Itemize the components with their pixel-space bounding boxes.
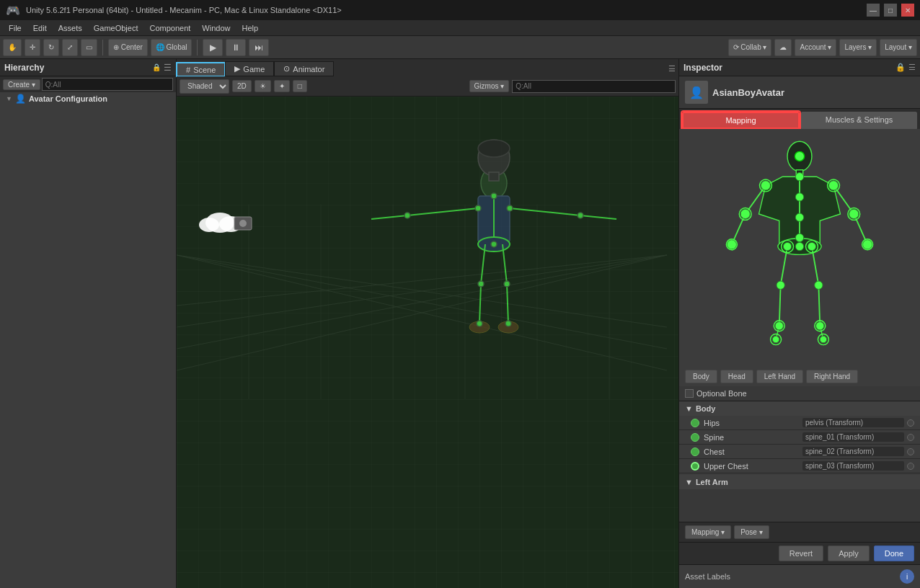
asset-labels-button[interactable]: i bbox=[900, 569, 914, 584]
tree-item-avatar-config[interactable]: ▼ 👤 Avatar Configuration bbox=[0, 92, 176, 105]
scene-tab-label: Scene bbox=[193, 66, 216, 74]
fx-toggle[interactable]: ✦ bbox=[274, 80, 290, 92]
menu-component[interactable]: Component bbox=[143, 22, 196, 34]
upper-chest-label: Upper Chest bbox=[704, 462, 800, 471]
menu-help[interactable]: Help bbox=[236, 22, 264, 34]
main-layout: Hierarchy 🔒 ☰ Create ▾ ▼ 👤 Avatar Config… bbox=[0, 59, 920, 588]
cloud-button[interactable]: ☁ bbox=[774, 39, 792, 56]
svg-point-81 bbox=[740, 209, 750, 218]
rotate-tool[interactable]: ↻ bbox=[43, 39, 59, 56]
title-bar: 🎮 Unity 5.6.2f1 Personal (64bit) - Untit… bbox=[0, 0, 920, 20]
layout-button[interactable]: Layout ▾ bbox=[880, 39, 917, 56]
inspector-scroll-area[interactable]: Body Head Left Hand Right Hand Optional … bbox=[679, 129, 920, 522]
game-icon: ▶ bbox=[234, 64, 240, 74]
minimize-button[interactable]: — bbox=[867, 4, 880, 17]
scene-search-input[interactable] bbox=[512, 80, 676, 93]
hips-circle[interactable] bbox=[907, 419, 914, 427]
pause-button[interactable]: ⏸ bbox=[226, 39, 246, 56]
menu-edit[interactable]: Edit bbox=[27, 22, 53, 34]
svg-point-88 bbox=[775, 322, 783, 330]
hips-dot[interactable] bbox=[691, 419, 699, 427]
scene-view-options[interactable]: □ bbox=[293, 80, 307, 92]
play-button[interactable]: ▶ bbox=[203, 39, 223, 56]
menu-file[interactable]: File bbox=[3, 22, 27, 34]
chest-dot[interactable] bbox=[691, 447, 699, 456]
maximize-button[interactable]: □ bbox=[884, 4, 897, 17]
revert-button[interactable]: Revert bbox=[779, 545, 823, 561]
tab-animator[interactable]: ⊙ Animator bbox=[274, 61, 334, 76]
asset-labels-text: Asset Labels bbox=[685, 572, 730, 581]
view-mode-select[interactable]: Shaded bbox=[180, 79, 229, 94]
animator-icon: ⊙ bbox=[283, 64, 290, 74]
svg-point-33 bbox=[491, 241, 497, 247]
tab-muscles[interactable]: Muscles & Settings bbox=[801, 112, 917, 129]
spine-dot[interactable] bbox=[691, 433, 699, 442]
close-button[interactable]: ✕ bbox=[901, 4, 914, 17]
pose-dropdown-button[interactable]: Pose ▾ bbox=[734, 525, 769, 539]
hierarchy-header: Hierarchy 🔒 ☰ bbox=[0, 59, 176, 76]
create-button[interactable]: Create ▾ bbox=[3, 79, 40, 90]
hierarchy-search-input[interactable] bbox=[42, 78, 173, 91]
center-toggle[interactable]: ⊕ Center bbox=[108, 39, 148, 56]
account-button[interactable]: Account ▾ bbox=[795, 39, 836, 56]
global-toggle[interactable]: 🌐 Global bbox=[151, 39, 193, 56]
svg-point-38 bbox=[475, 205, 481, 211]
svg-point-92 bbox=[816, 322, 824, 330]
bone-row-spine: Spine spine_01 (Transform) bbox=[679, 430, 920, 445]
right-hand-button[interactable]: Right Hand bbox=[806, 370, 858, 383]
svg-point-79 bbox=[795, 242, 803, 250]
scene-view[interactable]: X Y Z ← Persp 🔒 bbox=[177, 97, 678, 588]
scale-tool[interactable]: ⤢ bbox=[62, 39, 78, 56]
svg-point-90 bbox=[808, 242, 815, 250]
optional-bone-checkbox[interactable] bbox=[685, 389, 694, 398]
gizmos-button[interactable]: Gizmos ▾ bbox=[469, 80, 510, 92]
avatar-name: AsianBoyAvatar bbox=[712, 87, 784, 98]
spine-circle[interactable] bbox=[907, 434, 914, 441]
layers-button[interactable]: Layers ▾ bbox=[839, 39, 877, 56]
menu-assets[interactable]: Assets bbox=[53, 22, 88, 34]
upper-chest-circle[interactable] bbox=[907, 463, 914, 470]
chest-circle[interactable] bbox=[907, 448, 914, 455]
svg-point-84 bbox=[849, 209, 859, 218]
hips-value: pelvis (Transform) bbox=[802, 418, 904, 427]
hierarchy-lock-icon[interactable]: 🔒 bbox=[152, 63, 161, 71]
separator bbox=[102, 40, 103, 55]
move-tool[interactable]: ✛ bbox=[25, 39, 40, 56]
head-button[interactable]: Head bbox=[720, 370, 753, 383]
svg-point-89 bbox=[772, 336, 779, 342]
bone-row-chest: Chest spine_02 (Transform) bbox=[679, 445, 920, 459]
hand-tool[interactable]: ✋ bbox=[3, 39, 22, 56]
svg-point-87 bbox=[777, 281, 784, 289]
collab-button[interactable]: ⟳ Collab ▾ bbox=[728, 39, 772, 56]
body-button[interactable]: Body bbox=[685, 370, 717, 383]
done-button[interactable]: Done bbox=[874, 545, 914, 561]
scene-tabs: # Scene ▶ Game ⊙ Animator ☰ bbox=[177, 59, 678, 76]
upper-chest-dot[interactable] bbox=[691, 462, 699, 471]
svg-point-76 bbox=[795, 193, 803, 201]
tab-mapping[interactable]: Mapping bbox=[682, 112, 800, 129]
inspector-bottom-bar: Mapping ▾ Pose ▾ bbox=[679, 522, 920, 542]
light-toggle[interactable]: ☀ bbox=[255, 80, 271, 92]
apply-button[interactable]: Apply bbox=[828, 545, 870, 561]
svg-point-44 bbox=[199, 218, 219, 232]
inspector-menu-icon[interactable]: ☰ bbox=[908, 63, 916, 72]
menu-gameobject[interactable]: GameObject bbox=[88, 22, 144, 34]
scene-panel-menu[interactable]: ☰ bbox=[665, 61, 678, 76]
2d-toggle[interactable]: 2D bbox=[232, 80, 252, 92]
svg-point-46 bbox=[239, 220, 247, 227]
avatar-config-icon: 👤 bbox=[15, 94, 26, 104]
tab-scene[interactable]: # Scene bbox=[177, 63, 225, 76]
chest-label: Chest bbox=[704, 447, 800, 456]
step-button[interactable]: ⏭ bbox=[249, 39, 269, 56]
menu-window[interactable]: Window bbox=[196, 22, 236, 34]
separator-2 bbox=[197, 40, 198, 55]
avatar-icon: 👤 bbox=[685, 81, 708, 104]
svg-point-82 bbox=[727, 240, 736, 249]
hierarchy-menu-icon[interactable]: ☰ bbox=[164, 63, 172, 73]
rect-tool[interactable]: ▭ bbox=[81, 39, 97, 56]
avatar-header: 👤 AsianBoyAvatar bbox=[679, 76, 920, 109]
left-hand-button[interactable]: Left Hand bbox=[756, 370, 803, 383]
inspector-lock-icon[interactable]: 🔒 bbox=[895, 63, 906, 72]
mapping-dropdown-button[interactable]: Mapping ▾ bbox=[685, 525, 731, 539]
tab-game[interactable]: ▶ Game bbox=[225, 61, 274, 76]
